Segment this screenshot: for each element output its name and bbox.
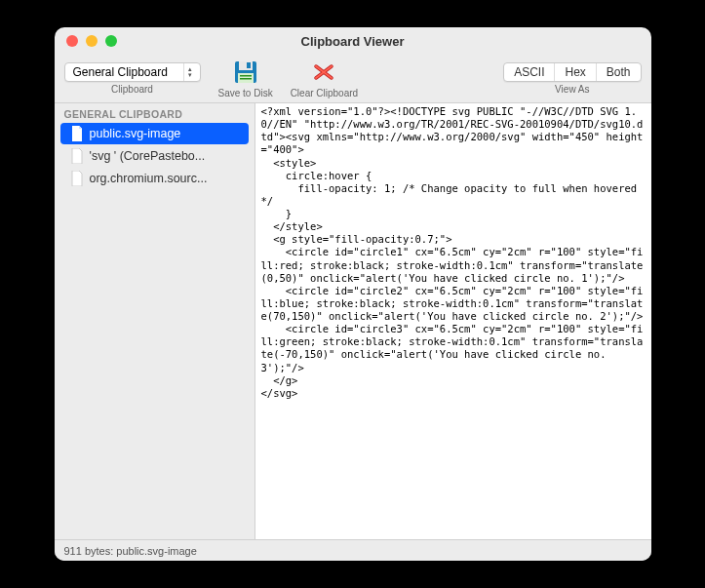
sidebar-item-label: public.svg-image xyxy=(90,127,181,140)
file-icon xyxy=(70,126,84,141)
sidebar-item-svg-corepastebo[interactable]: 'svg ' (CorePastebo... xyxy=(60,145,249,167)
clipboard-selector-label: Clipboard xyxy=(111,84,153,95)
view-as-hex[interactable]: Hex xyxy=(555,63,596,81)
clipboard-selector-value: General Clipboard xyxy=(73,65,168,79)
titlebar: Clipboard Viewer xyxy=(55,27,651,55)
minimize-window-button[interactable] xyxy=(86,35,98,47)
clear-clipboard-button[interactable] xyxy=(310,59,337,86)
view-as-segmented: ASCII Hex Both xyxy=(503,62,641,82)
view-as-label: View As xyxy=(555,84,589,95)
view-as-section: ASCII Hex Both View As xyxy=(503,62,641,95)
window-controls xyxy=(55,35,117,47)
zoom-window-button[interactable] xyxy=(105,35,117,47)
body: GENERAL CLIPBOARD public.svg-image 'svg … xyxy=(55,103,651,539)
chevron-updown-icon: ▴▾ xyxy=(183,63,197,81)
svg-rect-5 xyxy=(240,78,252,80)
view-as-ascii[interactable]: ASCII xyxy=(504,63,555,81)
clear-clipboard-section: Clear Clipboard xyxy=(291,59,358,98)
sidebar: GENERAL CLIPBOARD public.svg-image 'svg … xyxy=(55,103,255,539)
sidebar-header: GENERAL CLIPBOARD xyxy=(55,103,255,123)
file-icon xyxy=(70,171,84,186)
save-to-disk-label: Save to Disk xyxy=(218,88,273,98)
svg-rect-4 xyxy=(240,75,252,77)
window-title: Clipboard Viewer xyxy=(55,34,651,49)
x-delete-icon xyxy=(312,60,335,84)
content-view[interactable]: <?xml version="1.0"?><!DOCTYPE svg PUBLI… xyxy=(255,103,651,539)
floppy-disk-icon xyxy=(233,59,258,85)
svg-rect-2 xyxy=(247,62,251,68)
app-window: Clipboard Viewer General Clipboard ▴▾ Cl… xyxy=(55,27,651,561)
toolbar: General Clipboard ▴▾ Clipboard Save to D… xyxy=(55,55,651,103)
sidebar-item-label: 'svg ' (CorePastebo... xyxy=(90,149,206,163)
sidebar-item-label: org.chromium.sourc... xyxy=(90,172,208,185)
status-text: 911 bytes: public.svg-image xyxy=(64,545,197,557)
file-icon xyxy=(70,148,84,164)
sidebar-item-org-chromium-sourc[interactable]: org.chromium.sourc... xyxy=(60,168,249,189)
save-to-disk-section: Save to Disk xyxy=(218,59,273,98)
view-as-both[interactable]: Both xyxy=(597,63,641,81)
clipboard-selector[interactable]: General Clipboard ▴▾ xyxy=(64,62,201,82)
sidebar-item-public-svg-image[interactable]: public.svg-image xyxy=(60,123,249,144)
close-window-button[interactable] xyxy=(66,35,78,47)
statusbar: 911 bytes: public.svg-image xyxy=(55,539,651,561)
clipboard-selector-section: General Clipboard ▴▾ Clipboard xyxy=(64,62,201,95)
save-to-disk-button[interactable] xyxy=(232,59,259,86)
clear-clipboard-label: Clear Clipboard xyxy=(291,88,358,98)
